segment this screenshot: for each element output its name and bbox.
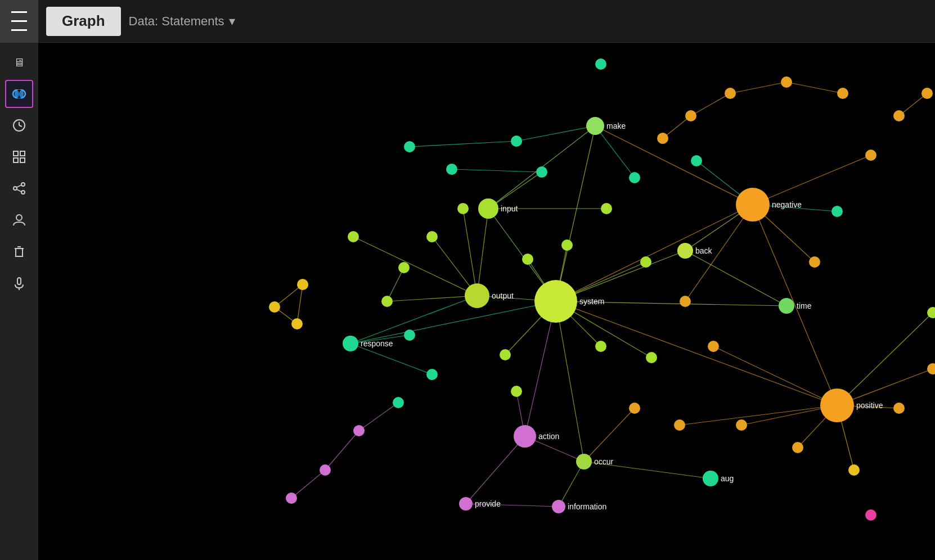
graph-node[interactable] [426,231,438,242]
graph-node[interactable] [348,231,359,242]
graph-node[interactable] [536,166,547,178]
graph-edge [350,301,556,344]
graph-node[interactable] [680,296,691,307]
node-circle [677,243,693,259]
sidebar-item-share[interactable] [5,174,33,202]
graph-edge [463,209,477,296]
graph-node[interactable] [893,110,905,121]
node-circle [893,403,905,414]
menu-button[interactable] [0,0,38,43]
graph-node[interactable] [320,464,331,476]
graph-node[interactable] [725,88,736,99]
node-circle [457,203,469,214]
graph-node[interactable] [511,136,522,147]
graph-node[interactable] [629,403,640,414]
graph-node[interactable] [457,203,469,214]
graph-node[interactable] [446,164,457,175]
graph-node[interactable] [865,150,876,161]
graph-node[interactable] [595,341,606,352]
graph-node[interactable] [286,493,297,504]
node-circle [500,349,511,360]
graph-node[interactable] [291,318,303,329]
graph-node[interactable] [921,88,933,99]
graph-node[interactable] [426,369,438,380]
graph-node[interactable]: provide [459,497,501,511]
main-content: 🖥 [0,43,935,560]
graph-node[interactable] [685,110,696,121]
graph-node[interactable] [792,442,803,453]
graph-node[interactable] [404,141,415,152]
graph-node[interactable] [601,203,612,214]
graph-node[interactable] [629,172,640,183]
sidebar-item-user[interactable] [5,206,33,234]
graph-node[interactable] [865,509,876,521]
graph-node[interactable] [404,329,415,341]
graph-node[interactable] [297,279,308,290]
trash-icon [12,244,26,259]
node-circle [320,464,331,476]
graph-node[interactable] [269,301,280,313]
node-circle [291,318,303,329]
node-circle [514,425,536,448]
graph-node[interactable] [893,403,905,414]
node-circle [708,341,719,352]
graph-node[interactable] [381,296,393,307]
node-circle [478,198,498,219]
graph-edge [556,126,595,301]
data-label[interactable]: Data: Statements ▾ [129,14,235,29]
sidebar-item-mic[interactable] [5,269,33,297]
graph-node[interactable]: aug [703,471,734,486]
graph-node[interactable]: occur [576,454,614,469]
node-circle [792,442,803,453]
node-circle [404,141,415,152]
node-label: positive [856,401,883,410]
graph-node[interactable] [691,155,702,166]
graph-node[interactable] [831,206,843,217]
graph-node[interactable] [393,397,404,408]
hamburger-icon [11,9,27,33]
graph-node[interactable] [353,425,365,436]
node-circle [927,363,935,374]
graph-area[interactable]: systemoutputinputmakenegativebacktimepos… [38,43,935,560]
svg-point-14 [21,191,25,194]
node-label: aug [721,474,734,483]
graph-edge [325,431,359,470]
graph-node[interactable] [848,464,860,476]
sidebar-item-monitor[interactable]: 🖥 [5,48,33,76]
graph-node[interactable] [674,419,685,431]
sidebar-item-trash[interactable] [5,237,33,265]
graph-node[interactable] [736,419,747,431]
sidebar-item-clock[interactable] [5,111,33,139]
node-label: time [797,301,812,310]
sidebar-item-grid[interactable] [5,143,33,171]
graph-node[interactable] [657,133,668,144]
graph-node[interactable]: negative [736,188,802,222]
graph-node[interactable]: action [514,425,559,448]
graph-node[interactable] [511,386,522,397]
graph-button[interactable]: Graph [46,7,121,36]
graph-edge [730,82,786,93]
graph-node[interactable] [640,256,651,268]
monitor-icon: 🖥 [14,56,25,69]
graph-node[interactable]: make [586,117,626,135]
graph-node[interactable] [646,352,657,363]
graph-node[interactable]: response [343,336,393,351]
graph-node[interactable] [398,262,410,273]
graph-node[interactable]: information [552,500,606,513]
svg-point-4 [19,90,24,98]
graph-node[interactable] [500,349,511,360]
sidebar-item-link[interactable] [5,80,33,108]
graph-node[interactable] [837,88,848,99]
graph-node[interactable] [595,58,606,70]
graph-node[interactable] [561,240,573,251]
graph-node[interactable] [708,341,719,352]
graph-edge [387,268,404,301]
graph-node[interactable]: positive [820,389,883,422]
graph-node[interactable] [781,76,792,88]
graph-node[interactable]: output [465,283,514,308]
node-circle [736,188,770,222]
node-label: action [538,432,559,441]
graph-node[interactable] [927,363,935,374]
graph-node[interactable] [809,256,820,268]
graph-node[interactable] [522,254,533,265]
